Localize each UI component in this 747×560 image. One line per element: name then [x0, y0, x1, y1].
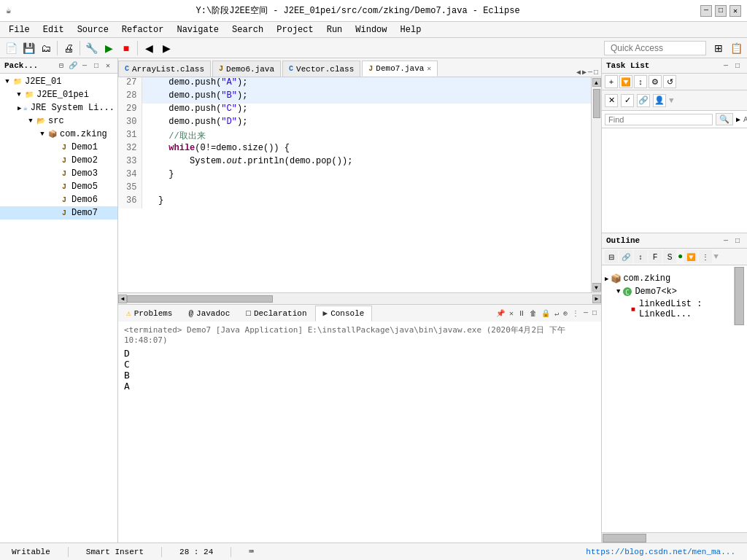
tab-problems[interactable]: ⚠ Problems: [118, 306, 180, 322]
menu-run[interactable]: Run: [321, 23, 349, 36]
scroll-lock-button[interactable]: 🔒: [540, 308, 551, 319]
menu-project[interactable]: Project: [271, 23, 319, 36]
scroll-right-button[interactable]: ▶: [592, 295, 601, 303]
pin-console-button[interactable]: 📌: [495, 308, 506, 319]
h-scroll-thumb[interactable]: [127, 295, 273, 303]
code-scroll-area[interactable]: 27 demo.push("A"); 28 demo.push("B"); 29…: [118, 77, 591, 292]
outline-collapse-button[interactable]: ⊟: [605, 250, 618, 263]
tab-declaration[interactable]: □ Declaration: [238, 306, 314, 322]
expand-comzking[interactable]: ▼: [38, 131, 47, 138]
scroll-tabs-right[interactable]: ▶: [582, 68, 587, 77]
open-console-button[interactable]: ⊕: [562, 308, 569, 319]
word-wrap-button[interactable]: ↵: [553, 308, 560, 319]
menu-navigate[interactable]: Navigate: [171, 23, 225, 36]
code-line-31[interactable]: 31 //取出来: [118, 130, 591, 143]
find-button[interactable]: 🔍: [716, 113, 733, 125]
console-options-button[interactable]: ⋮: [570, 308, 581, 319]
maximize-panel-button[interactable]: □: [91, 61, 101, 71]
back-button[interactable]: ◀: [141, 40, 157, 56]
code-line-29[interactable]: 29 demo.push("C");: [118, 104, 591, 117]
maximize-button[interactable]: □: [715, 5, 727, 17]
tree-item-j2ee01[interactable]: ▼ 📁 J2EE_01: [0, 75, 117, 88]
code-line-32[interactable]: 32 while(0!=demo.size()) {: [118, 143, 591, 156]
tree-item-demo7[interactable]: ▶ J Demo7: [0, 206, 117, 219]
new-task-button[interactable]: +: [605, 75, 618, 88]
maximize-bottom-button[interactable]: □: [591, 308, 598, 319]
minimize-task-button[interactable]: ─: [721, 61, 731, 71]
minimize-panel-button[interactable]: ─: [80, 61, 90, 71]
expand-j2ee01pei[interactable]: ▼: [15, 91, 23, 98]
find-input[interactable]: [605, 114, 713, 125]
tree-item-j2ee01pei[interactable]: ▼ 📁 J2EE_01pei: [0, 88, 117, 101]
task-delete-button[interactable]: ✕: [605, 94, 618, 107]
forward-button[interactable]: ▶: [158, 40, 174, 56]
task-sort-button[interactable]: ↕: [634, 75, 647, 88]
menu-refactor[interactable]: Refactor: [116, 23, 170, 36]
pause-console-button[interactable]: ⏸: [516, 308, 527, 319]
code-line-36[interactable]: 36 }: [118, 195, 591, 209]
outline-more-button[interactable]: ⋮: [699, 250, 712, 263]
code-line-30[interactable]: 30 demo.push("D");: [118, 117, 591, 130]
minimize-outline-button[interactable]: ─: [721, 236, 731, 246]
outline-filter-button[interactable]: 🔽: [684, 250, 697, 263]
maximize-editor[interactable]: □: [594, 69, 598, 77]
tab-vector[interactable]: C Vector.class: [282, 61, 360, 77]
clear-console-button[interactable]: 🗑: [528, 308, 538, 319]
run-button[interactable]: ▶: [101, 40, 117, 56]
tab-demo6[interactable]: J Demo6.java: [212, 61, 281, 77]
outline-expand[interactable]: ▼: [713, 252, 719, 261]
tree-item-demo6[interactable]: ▶ J Demo6: [0, 193, 117, 206]
expand-j2ee01[interactable]: ▼: [3, 78, 12, 85]
menu-file[interactable]: File: [3, 23, 36, 36]
save-all-button[interactable]: 🗂: [38, 40, 54, 56]
expand-arrow[interactable]: ▼: [616, 288, 620, 295]
tree-item-src[interactable]: ▼ 📂 src: [0, 114, 117, 128]
minimize-bottom-button[interactable]: ─: [582, 308, 589, 319]
menu-source[interactable]: Source: [71, 23, 115, 36]
tab-demo7[interactable]: J Demo7.java ✕: [362, 61, 438, 77]
close-button[interactable]: ✕: [729, 5, 741, 17]
menu-search[interactable]: Search: [226, 23, 269, 36]
tab-console[interactable]: ▶ Console: [315, 306, 373, 322]
outline-hide-fields-button[interactable]: F: [649, 250, 662, 263]
code-line-33[interactable]: 33 System.out.println(demo.pop());: [118, 156, 591, 169]
scroll-thumb[interactable]: [593, 89, 600, 118]
link-editor-button[interactable]: 🔗: [68, 61, 78, 71]
close-panel-button[interactable]: ✕: [103, 61, 113, 71]
tree-item-demo3[interactable]: ▶ J Demo3: [0, 167, 117, 180]
code-line-35[interactable]: 35: [118, 182, 591, 195]
tab-javadoc[interactable]: @ Javadoc: [180, 306, 238, 322]
print-button[interactable]: 🖨: [61, 40, 77, 56]
vertical-scrollbar[interactable]: ▲ ▼: [591, 77, 601, 292]
outline-sort-button[interactable]: ↕: [634, 250, 647, 263]
code-line-27[interactable]: 27 demo.push("A");: [118, 77, 591, 90]
tree-item-demo1[interactable]: ▶ J Demo1: [0, 141, 117, 154]
scroll-tabs-left[interactable]: ◀: [576, 68, 581, 77]
collapse-all-button[interactable]: ⊟: [56, 61, 66, 71]
maximize-outline-button[interactable]: □: [732, 236, 743, 246]
perspectives-button[interactable]: ⊞: [711, 40, 727, 56]
outline-item-linkedlist[interactable]: ▶ ■ linkedList : LinkedL...: [605, 298, 734, 320]
tab-close-button[interactable]: ✕: [427, 64, 431, 73]
outline-item-comzking[interactable]: ▶ 📦 com.zking: [605, 272, 734, 285]
tab-arraylist[interactable]: C ArrayList.class: [118, 61, 211, 77]
stop-button[interactable]: ■: [118, 40, 134, 56]
save-button[interactable]: 💾: [20, 40, 36, 56]
outline-link-button[interactable]: 🔗: [619, 250, 632, 263]
maximize-task-button[interactable]: □: [732, 61, 743, 71]
scroll-down-button[interactable]: ▼: [592, 283, 601, 292]
task-check-button[interactable]: ✓: [621, 94, 634, 107]
task-view-button[interactable]: 📋: [728, 40, 744, 56]
task-filter-button[interactable]: 🔽: [619, 75, 632, 88]
minimize-button[interactable]: ─: [700, 5, 712, 17]
close-console-button[interactable]: ✕: [508, 308, 515, 319]
new-button[interactable]: 📄: [3, 40, 19, 56]
outline-scrollbar[interactable]: [734, 267, 744, 325]
code-editor[interactable]: 27 demo.push("A"); 28 demo.push("B"); 29…: [118, 77, 601, 292]
expand-arrow[interactable]: ▶: [605, 275, 608, 283]
outline-item-demo7[interactable]: ▼ C Demo7<k>: [605, 285, 734, 298]
outline-hide-static-button[interactable]: S: [663, 250, 676, 263]
tree-item-jre[interactable]: ▶ ☕ JRE System Li...: [0, 101, 117, 114]
menu-edit[interactable]: Edit: [37, 23, 70, 36]
expand-src[interactable]: ▼: [26, 117, 35, 125]
